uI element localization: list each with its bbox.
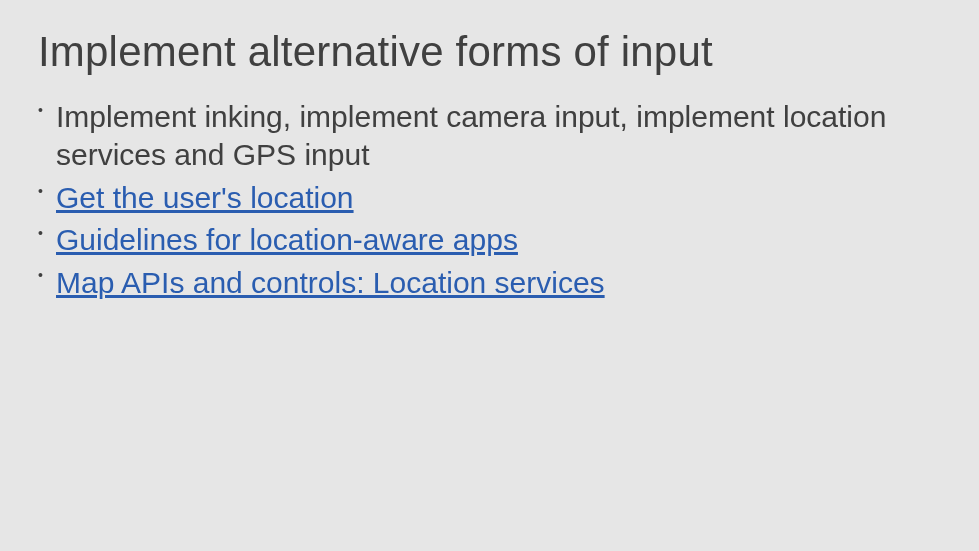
bullet-item: Implement inking, implement camera input… bbox=[38, 98, 941, 175]
bullet-item: Map APIs and controls: Location services bbox=[38, 264, 941, 302]
bullet-item: Guidelines for location-aware apps bbox=[38, 221, 941, 259]
link-map-apis[interactable]: Map APIs and controls: Location services bbox=[56, 266, 605, 299]
slide-title: Implement alternative forms of input bbox=[38, 28, 941, 76]
slide: Implement alternative forms of input Imp… bbox=[0, 0, 979, 551]
bullet-item: Get the user's location bbox=[38, 179, 941, 217]
bullet-text: Implement inking, implement camera input… bbox=[56, 100, 886, 171]
bullet-list: Implement inking, implement camera input… bbox=[38, 98, 941, 302]
link-get-location[interactable]: Get the user's location bbox=[56, 181, 354, 214]
link-guidelines[interactable]: Guidelines for location-aware apps bbox=[56, 223, 518, 256]
